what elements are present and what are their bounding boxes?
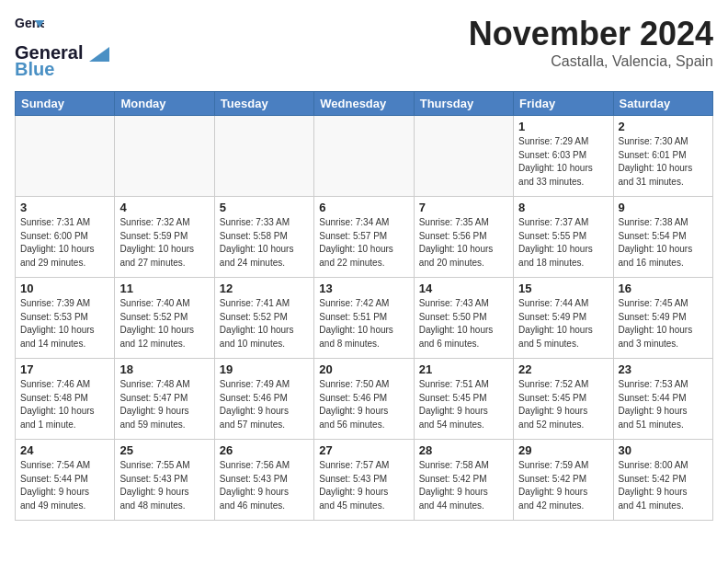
day-number: 2 bbox=[619, 120, 708, 133]
calendar-cell: 30Sunrise: 8:00 AM Sunset: 5:42 PM Dayli… bbox=[613, 440, 712, 521]
day-info: Sunrise: 7:30 AM Sunset: 6:01 PM Dayligh… bbox=[619, 135, 708, 189]
calendar-cell: 18Sunrise: 7:48 AM Sunset: 5:47 PM Dayli… bbox=[115, 359, 214, 440]
calendar-cell: 2Sunrise: 7:30 AM Sunset: 6:01 PM Daylig… bbox=[613, 116, 712, 197]
calendar-cell: 23Sunrise: 7:53 AM Sunset: 5:44 PM Dayli… bbox=[613, 359, 712, 440]
col-header-friday: Friday bbox=[514, 92, 613, 116]
day-number: 25 bbox=[119, 443, 209, 457]
calendar-cell: 3Sunrise: 7:31 AM Sunset: 6:00 PM Daylig… bbox=[16, 197, 115, 278]
day-info: Sunrise: 7:46 AM Sunset: 5:48 PM Dayligh… bbox=[20, 378, 109, 431]
day-number: 14 bbox=[419, 282, 508, 295]
day-info: Sunrise: 8:00 AM Sunset: 5:42 PM Dayligh… bbox=[619, 459, 708, 512]
calendar-cell: 26Sunrise: 7:56 AM Sunset: 5:43 PM Dayli… bbox=[214, 440, 313, 521]
day-info: Sunrise: 7:58 AM Sunset: 5:42 PM Dayligh… bbox=[419, 459, 508, 512]
day-number: 4 bbox=[119, 201, 209, 214]
day-info: Sunrise: 7:55 AM Sunset: 5:43 PM Dayligh… bbox=[119, 459, 209, 512]
calendar-cell: 27Sunrise: 7:57 AM Sunset: 5:43 PM Dayli… bbox=[314, 440, 414, 521]
calendar-cell: 9Sunrise: 7:38 AM Sunset: 5:54 PM Daylig… bbox=[613, 197, 712, 278]
calendar-cell: 1Sunrise: 7:29 AM Sunset: 6:03 PM Daylig… bbox=[514, 116, 613, 197]
page-header: General General Blue November 2024 Casta… bbox=[15, 15, 713, 80]
location: Castalla, Valencia, Spain bbox=[469, 53, 713, 70]
day-info: Sunrise: 7:59 AM Sunset: 5:42 PM Dayligh… bbox=[518, 459, 608, 512]
calendar-week-row: 3Sunrise: 7:31 AM Sunset: 6:00 PM Daylig… bbox=[16, 197, 713, 278]
calendar-cell: 12Sunrise: 7:41 AM Sunset: 5:52 PM Dayli… bbox=[214, 278, 313, 359]
calendar-cell bbox=[16, 116, 115, 197]
day-number: 28 bbox=[419, 443, 508, 457]
day-number: 6 bbox=[319, 201, 408, 214]
col-header-tuesday: Tuesday bbox=[214, 92, 313, 116]
day-info: Sunrise: 7:37 AM Sunset: 5:55 PM Dayligh… bbox=[518, 216, 608, 270]
calendar-cell: 7Sunrise: 7:35 AM Sunset: 5:56 PM Daylig… bbox=[414, 197, 513, 278]
day-number: 22 bbox=[518, 362, 608, 376]
col-header-saturday: Saturday bbox=[613, 92, 712, 116]
day-number: 24 bbox=[20, 443, 109, 457]
day-info: Sunrise: 7:49 AM Sunset: 5:46 PM Dayligh… bbox=[220, 378, 309, 431]
day-info: Sunrise: 7:42 AM Sunset: 5:51 PM Dayligh… bbox=[319, 297, 408, 350]
svg-marker-2 bbox=[89, 47, 109, 62]
day-info: Sunrise: 7:40 AM Sunset: 5:52 PM Dayligh… bbox=[119, 297, 209, 350]
day-number: 12 bbox=[220, 282, 309, 295]
calendar-cell: 6Sunrise: 7:34 AM Sunset: 5:57 PM Daylig… bbox=[314, 197, 414, 278]
calendar-cell: 20Sunrise: 7:50 AM Sunset: 5:46 PM Dayli… bbox=[314, 359, 414, 440]
day-info: Sunrise: 7:54 AM Sunset: 5:44 PM Dayligh… bbox=[20, 459, 109, 512]
col-header-sunday: Sunday bbox=[16, 92, 115, 116]
month-title: November 2024 bbox=[469, 15, 713, 53]
day-info: Sunrise: 7:57 AM Sunset: 5:43 PM Dayligh… bbox=[319, 459, 408, 512]
day-info: Sunrise: 7:43 AM Sunset: 5:50 PM Dayligh… bbox=[419, 297, 508, 350]
day-number: 29 bbox=[518, 443, 608, 457]
day-number: 16 bbox=[619, 282, 708, 295]
day-info: Sunrise: 7:48 AM Sunset: 5:47 PM Dayligh… bbox=[119, 378, 209, 431]
logo-blue: Blue bbox=[15, 59, 54, 80]
day-number: 9 bbox=[619, 201, 708, 214]
day-number: 21 bbox=[419, 362, 508, 376]
calendar-cell: 14Sunrise: 7:43 AM Sunset: 5:50 PM Dayli… bbox=[414, 278, 513, 359]
day-number: 27 bbox=[319, 443, 408, 457]
calendar-cell: 28Sunrise: 7:58 AM Sunset: 5:42 PM Dayli… bbox=[414, 440, 513, 521]
logo: General General Blue bbox=[15, 15, 109, 80]
day-number: 20 bbox=[319, 362, 408, 376]
calendar-cell: 21Sunrise: 7:51 AM Sunset: 5:45 PM Dayli… bbox=[414, 359, 513, 440]
day-number: 15 bbox=[518, 282, 608, 295]
day-info: Sunrise: 7:53 AM Sunset: 5:44 PM Dayligh… bbox=[619, 378, 708, 431]
day-info: Sunrise: 7:52 AM Sunset: 5:45 PM Dayligh… bbox=[518, 378, 608, 431]
day-info: Sunrise: 7:51 AM Sunset: 5:45 PM Dayligh… bbox=[419, 378, 508, 431]
calendar-cell: 17Sunrise: 7:46 AM Sunset: 5:48 PM Dayli… bbox=[16, 359, 115, 440]
calendar-cell: 25Sunrise: 7:55 AM Sunset: 5:43 PM Dayli… bbox=[115, 440, 214, 521]
calendar-cell: 19Sunrise: 7:49 AM Sunset: 5:46 PM Dayli… bbox=[214, 359, 313, 440]
day-info: Sunrise: 7:33 AM Sunset: 5:58 PM Dayligh… bbox=[220, 216, 309, 270]
day-info: Sunrise: 7:35 AM Sunset: 5:56 PM Dayligh… bbox=[419, 216, 508, 270]
day-info: Sunrise: 7:56 AM Sunset: 5:43 PM Dayligh… bbox=[220, 459, 309, 512]
day-number: 7 bbox=[419, 201, 508, 214]
calendar-cell: 29Sunrise: 7:59 AM Sunset: 5:42 PM Dayli… bbox=[514, 440, 613, 521]
day-info: Sunrise: 7:38 AM Sunset: 5:54 PM Dayligh… bbox=[619, 216, 708, 270]
calendar-cell: 8Sunrise: 7:37 AM Sunset: 5:55 PM Daylig… bbox=[514, 197, 613, 278]
logo-triangle-icon bbox=[89, 47, 109, 62]
calendar-week-row: 10Sunrise: 7:39 AM Sunset: 5:53 PM Dayli… bbox=[16, 278, 713, 359]
day-info: Sunrise: 7:32 AM Sunset: 5:59 PM Dayligh… bbox=[119, 216, 209, 270]
day-number: 23 bbox=[619, 362, 708, 376]
day-info: Sunrise: 7:29 AM Sunset: 6:03 PM Dayligh… bbox=[518, 135, 608, 189]
logo-icon: General bbox=[15, 15, 44, 40]
day-number: 11 bbox=[119, 282, 209, 295]
day-info: Sunrise: 7:41 AM Sunset: 5:52 PM Dayligh… bbox=[220, 297, 309, 350]
day-number: 17 bbox=[20, 362, 109, 376]
calendar-week-row: 1Sunrise: 7:29 AM Sunset: 6:03 PM Daylig… bbox=[16, 116, 713, 197]
day-number: 18 bbox=[119, 362, 209, 376]
calendar-cell bbox=[115, 116, 214, 197]
day-number: 26 bbox=[220, 443, 309, 457]
day-number: 1 bbox=[518, 120, 608, 133]
day-number: 5 bbox=[220, 201, 309, 214]
calendar-cell: 5Sunrise: 7:33 AM Sunset: 5:58 PM Daylig… bbox=[214, 197, 313, 278]
calendar-week-row: 24Sunrise: 7:54 AM Sunset: 5:44 PM Dayli… bbox=[16, 440, 713, 521]
calendar-table: SundayMondayTuesdayWednesdayThursdayFrid… bbox=[15, 91, 713, 521]
day-info: Sunrise: 7:39 AM Sunset: 5:53 PM Dayligh… bbox=[20, 297, 109, 350]
col-header-wednesday: Wednesday bbox=[314, 92, 414, 116]
title-block: November 2024 Castalla, Valencia, Spain bbox=[469, 15, 713, 70]
calendar-cell bbox=[314, 116, 414, 197]
day-number: 13 bbox=[319, 282, 408, 295]
day-info: Sunrise: 7:34 AM Sunset: 5:57 PM Dayligh… bbox=[319, 216, 408, 270]
day-info: Sunrise: 7:44 AM Sunset: 5:49 PM Dayligh… bbox=[518, 297, 608, 350]
calendar-cell: 4Sunrise: 7:32 AM Sunset: 5:59 PM Daylig… bbox=[115, 197, 214, 278]
calendar-cell: 24Sunrise: 7:54 AM Sunset: 5:44 PM Dayli… bbox=[16, 440, 115, 521]
calendar-cell: 15Sunrise: 7:44 AM Sunset: 5:49 PM Dayli… bbox=[514, 278, 613, 359]
day-number: 30 bbox=[619, 443, 708, 457]
